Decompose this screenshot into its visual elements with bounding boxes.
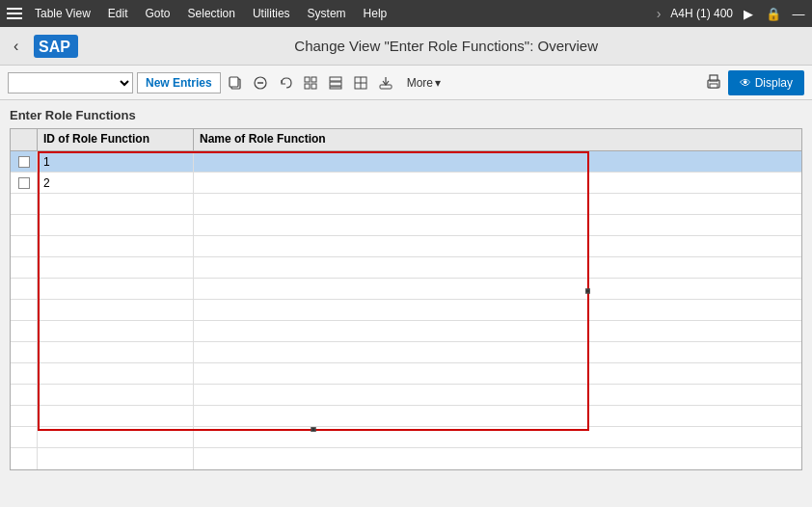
table-row	[11, 321, 801, 342]
table-row	[11, 215, 801, 236]
id-cell: 2	[38, 173, 194, 193]
row-checkbox[interactable]	[18, 156, 30, 168]
table-row	[11, 257, 801, 279]
table-row	[11, 194, 801, 215]
svg-rect-6	[305, 77, 310, 82]
name-cell[interactable]	[194, 173, 801, 193]
menu-system[interactable]: System	[300, 4, 354, 23]
role-functions-table: ID of Role Function Name of Role Functio…	[10, 128, 802, 470]
play-icon[interactable]: ▶	[739, 4, 758, 23]
table-row	[11, 279, 801, 300]
svg-rect-9	[311, 84, 316, 89]
system-info: A4H (1) 400	[670, 7, 733, 20]
display-label: Display	[755, 76, 793, 90]
delete-row-icon[interactable]	[250, 72, 271, 93]
col-header-name: Name of Role Function	[194, 129, 801, 150]
display-button[interactable]: 👁 Display	[728, 70, 804, 95]
more-button[interactable]: More ▾	[400, 72, 447, 93]
system-right: › A4H (1) 400 ▶ 🔒 —	[653, 4, 808, 23]
col-header-id: ID of Role Function	[38, 129, 194, 150]
menu-utilities[interactable]: Utilities	[245, 4, 298, 23]
more-label: More	[407, 76, 433, 90]
minimize-icon[interactable]: —	[789, 4, 808, 23]
table-row	[11, 300, 801, 321]
svg-rect-11	[330, 82, 341, 86]
menu-bar: Table View Edit Goto Selection Utilities…	[0, 0, 812, 27]
content-area: Enter Role Functions ID of Role Function…	[0, 100, 812, 478]
hamburger-menu[interactable]	[4, 3, 25, 24]
table-row[interactable]: 2	[11, 173, 801, 194]
table-row	[11, 385, 801, 406]
undo-icon[interactable]	[275, 72, 296, 93]
menu-edit[interactable]: Edit	[100, 4, 136, 23]
row-checkbox[interactable]	[18, 177, 30, 189]
menu-selection[interactable]: Selection	[180, 4, 243, 23]
chevron-right-icon: ›	[653, 6, 665, 21]
title-bar: ‹ SAP Change View "Enter Role Functions"…	[0, 27, 812, 66]
table-row	[11, 363, 801, 385]
svg-rect-12	[330, 87, 341, 89]
copy-icon[interactable]	[225, 72, 246, 93]
sap-logo: SAP	[32, 33, 80, 60]
menu-table-view[interactable]: Table View	[27, 4, 98, 23]
name-cell[interactable]	[194, 151, 801, 172]
page-title: Change View "Enter Role Functions": Over…	[90, 38, 802, 54]
svg-rect-7	[311, 77, 316, 82]
svg-rect-8	[305, 84, 310, 89]
back-button[interactable]: ‹	[10, 34, 22, 59]
table-row[interactable]: 1	[11, 151, 801, 173]
lock-icon[interactable]: 🔒	[764, 4, 783, 23]
menu-help[interactable]: Help	[356, 4, 395, 23]
table-row	[11, 427, 801, 448]
toolbar: New Entries More ▾	[0, 66, 812, 100]
new-entries-button[interactable]: New Entries	[137, 72, 221, 93]
id-cell: 1	[38, 151, 194, 172]
menu-goto[interactable]: Goto	[138, 4, 178, 23]
table-row	[11, 448, 801, 469]
svg-rect-20	[710, 84, 717, 88]
grid-small-icon[interactable]	[300, 72, 321, 93]
print-icon[interactable]	[703, 72, 724, 93]
table-row	[11, 342, 801, 363]
svg-rect-3	[230, 77, 238, 87]
cursor-indicator: ↖	[145, 502, 159, 507]
export-icon[interactable]	[375, 72, 396, 93]
display-icon: 👁	[740, 76, 751, 90]
more-chevron-icon: ▾	[435, 76, 441, 90]
table-row	[11, 236, 801, 257]
grid-alt-icon[interactable]	[350, 72, 371, 93]
section-title: Enter Role Functions	[10, 108, 802, 122]
table-row	[11, 406, 801, 427]
view-dropdown[interactable]	[8, 72, 133, 93]
grid-big-icon[interactable]	[325, 72, 346, 93]
svg-rect-10	[330, 77, 341, 81]
bottom-area: ↖	[0, 478, 812, 507]
svg-text:SAP: SAP	[39, 39, 70, 55]
